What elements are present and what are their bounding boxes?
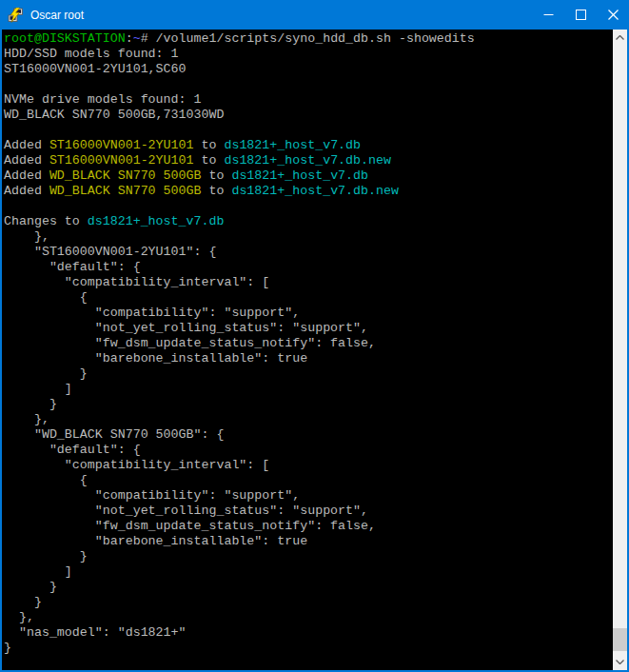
- terminal-line: [4, 77, 613, 92]
- terminal-line: [4, 123, 613, 138]
- terminal-line: Changes to ds1821+_host_v7.db: [4, 214, 613, 229]
- scrollbar-track[interactable]: [613, 46, 627, 654]
- terminal-line: "fw_dsm_update_status_notify": false,: [4, 336, 613, 351]
- scroll-down-button[interactable]: [613, 654, 627, 670]
- close-icon: [608, 10, 619, 20]
- maximize-icon: [576, 10, 586, 20]
- terminal-line: "compatibility_interval": [: [4, 275, 613, 290]
- terminal-line: "default": {: [4, 443, 613, 458]
- terminal-line: "barebone_installable": true: [4, 534, 613, 549]
- terminal-line: }: [4, 580, 613, 595]
- terminal-line: }: [4, 641, 613, 656]
- terminal-line: [4, 199, 613, 214]
- terminal-line: "nas_model": "ds1821+": [4, 625, 613, 641]
- terminal-line: ]: [4, 382, 613, 397]
- putty-window: Oscar root root@DISKSTATION:~# /volume1/…: [0, 0, 629, 672]
- terminal-line: HDD/SSD models found: 1: [4, 47, 613, 62]
- window-body: root@DISKSTATION:~# /volume1/scripts/syn…: [0, 30, 629, 672]
- terminal-line: {: [4, 473, 613, 488]
- terminal-line: {: [4, 290, 613, 306]
- terminal-line: ]: [4, 564, 613, 580]
- terminal-line: ST16000VN001-2YU101,SC60: [4, 62, 613, 77]
- terminal-line: NVMe drive models found: 1: [4, 92, 613, 108]
- terminal-line: Added WD_BLACK SN770 500GB to ds1821+_ho…: [4, 168, 613, 184]
- terminal-line: "not_yet_rolling_status": "support",: [4, 321, 613, 336]
- terminal-line: }: [4, 397, 613, 412]
- chevron-up-icon: [616, 35, 624, 40]
- minimize-button[interactable]: [532, 0, 564, 30]
- window-title: Oscar root: [30, 9, 532, 22]
- terminal-line: root@DISKSTATION:~# /volume1/scripts/syn…: [4, 31, 613, 47]
- scroll-up-button[interactable]: [613, 30, 627, 46]
- terminal-line: "fw_dsm_update_status_notify": false,: [4, 519, 613, 534]
- terminal-line: },: [4, 229, 613, 245]
- title-bar[interactable]: Oscar root: [0, 0, 629, 30]
- terminal-line: }: [4, 549, 613, 564]
- terminal-line: },: [4, 412, 613, 427]
- terminal-line: },: [4, 610, 613, 625]
- terminal-line: "compatibility_interval": [: [4, 458, 613, 473]
- minimize-icon: [543, 10, 554, 20]
- terminal-line: "barebone_installable": true: [4, 351, 613, 366]
- maximize-button[interactable]: [564, 0, 597, 30]
- terminal-line: "WD_BLACK SN770 500GB": {: [4, 427, 613, 443]
- terminal-line: Added ST16000VN001-2YU101 to ds1821+_hos…: [4, 153, 613, 168]
- scrollbar[interactable]: [613, 30, 627, 670]
- terminal-line: "default": {: [4, 260, 613, 275]
- scrollbar-thumb[interactable]: [613, 628, 627, 651]
- chevron-down-icon: [616, 660, 624, 664]
- terminal[interactable]: root@DISKSTATION:~# /volume1/scripts/syn…: [2, 30, 613, 670]
- terminal-line: }: [4, 595, 613, 610]
- terminal-line: "compatibility": "support",: [4, 306, 613, 321]
- terminal-line: "ST16000VN001-2YU101": {: [4, 245, 613, 260]
- close-button[interactable]: [597, 0, 629, 30]
- putty-app-icon[interactable]: [8, 8, 23, 23]
- terminal-line: "compatibility": "support",: [4, 488, 613, 504]
- terminal-line: }: [4, 366, 613, 382]
- terminal-line: Added WD_BLACK SN770 500GB to ds1821+_ho…: [4, 184, 613, 199]
- terminal-line: Added ST16000VN001-2YU101 to ds1821+_hos…: [4, 138, 613, 153]
- terminal-line: WD_BLACK SN770 500GB,731030WD: [4, 108, 613, 123]
- terminal-output: root@DISKSTATION:~# /volume1/scripts/syn…: [4, 31, 613, 656]
- terminal-line: "not_yet_rolling_status": "support",: [4, 504, 613, 519]
